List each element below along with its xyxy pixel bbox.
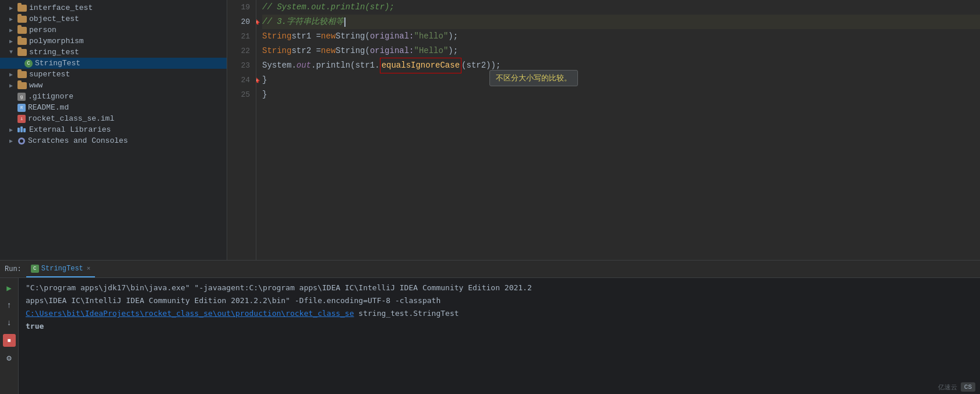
sidebar-item-label: External Libraries (29, 125, 111, 134)
code-text: String (262, 44, 291, 58)
arrow-icon: ▶ (9, 126, 17, 133)
sidebar-item-label: polymorphism (29, 37, 84, 45)
sidebar-item-object-test[interactable]: ▶ object_test (0, 13, 227, 24)
cursor (344, 17, 346, 27)
folder-icon (17, 71, 27, 78)
code-text: System. (262, 58, 297, 73)
tooltip-text: 不区分大小写的比较。 (496, 74, 572, 83)
sidebar-item-www[interactable]: ▶ www (0, 80, 227, 91)
sidebar-item-iml[interactable]: i rocket_class_se.iml (0, 113, 227, 124)
code-text: String( (336, 44, 370, 58)
scroll-up-button[interactable]: ↑ (3, 299, 16, 312)
sidebar-item-readme[interactable]: R README.md (0, 102, 227, 113)
sidebar-item-label: interface_test (29, 3, 93, 12)
sidebar-item-person[interactable]: ▶ person (0, 24, 227, 36)
bottom-panel: Run: C StringTest × ▶ ↑ ↓ ■ ⚙ "C:\progra… (0, 260, 980, 394)
arrow-icon: ▶ (9, 38, 17, 45)
bottom-tabs: Run: C StringTest × (0, 261, 980, 278)
folder-icon (17, 82, 27, 89)
run-button[interactable]: ▶ (3, 282, 16, 294)
code-text: String (262, 29, 291, 44)
code-line-20: 🔖 // 3.字符串比较相等 (262, 15, 980, 29)
folder-icon (17, 27, 27, 34)
svg-rect-2 (23, 128, 26, 132)
code-text: "hello" (414, 29, 449, 44)
tab-close-button[interactable]: × (87, 265, 91, 272)
code-text: str1 = (291, 29, 320, 44)
code-line-25: } (262, 87, 980, 102)
arrow-icon: ▶ (9, 138, 17, 145)
tooltip-box: 不区分大小写的比较。 (489, 70, 578, 86)
watermark-text: 亿速云 (938, 383, 957, 392)
line-num-22: 22 (227, 44, 250, 58)
sidebar-item-label: supertest (29, 70, 70, 79)
code-line-22: String str2 = new String( original: "Hel… (262, 44, 980, 58)
settings-button[interactable]: ⚙ (3, 351, 16, 364)
git-icon: g (17, 93, 26, 101)
sidebar-item-supertest[interactable]: ▶ supertest (0, 69, 227, 80)
sidebar-item-label: person (29, 26, 57, 34)
line-num-19: 19 (227, 0, 250, 15)
java-tab-icon: C (31, 265, 39, 273)
sidebar-item-label: .gitignore (28, 92, 73, 101)
sidebar-item-string-test[interactable]: ▼ string_test (0, 47, 227, 58)
code-text: } (262, 87, 267, 102)
line-num-23: 23 (227, 58, 250, 73)
tab-string-test[interactable]: C StringTest × (26, 261, 96, 277)
folder-icon (17, 49, 27, 56)
sidebar-item-interface-test[interactable]: ▶ interface_test (0, 2, 227, 13)
code-content[interactable]: // System.out.println(str); 🔖 // 3.字符串比较… (256, 0, 980, 260)
sidebar-item-label: object_test (29, 15, 79, 23)
cs-badge: CS (961, 382, 975, 392)
arrow-icon: ▶ (9, 16, 17, 23)
code-line-21: String str1 = new String( original: "hel… (262, 29, 980, 44)
code-text: // System.out.println(str); (262, 0, 394, 15)
method-highlight: equalsIgnoreCase (380, 58, 461, 73)
run-label: Run: (5, 265, 22, 273)
sidebar-item-scratches[interactable]: ▶ Scratches and Consoles (0, 135, 227, 146)
sidebar-item-label: www (29, 81, 43, 90)
console-line-2: apps\IDEA IC\IntelliJ IDEA Community Edi… (26, 294, 926, 307)
sidebar-item-label: StringTest (35, 59, 80, 68)
sidebar-item-gitignore[interactable]: g .gitignore (0, 91, 227, 102)
code-view: 19 20 21 22 23 24 25 // System.out.print… (227, 0, 980, 260)
scratches-icon (17, 137, 26, 145)
code-text: // 3.字符串比较相等 (262, 15, 344, 29)
console-line-4: true (26, 320, 926, 333)
line-num-24: 24 (227, 73, 250, 87)
code-text: new (321, 44, 336, 58)
svg-rect-0 (17, 128, 20, 132)
console-sidebar: ▶ ↑ ↓ ■ ⚙ (0, 278, 19, 394)
line-num-20: 20 (227, 15, 250, 29)
code-text: str2 = (291, 44, 320, 58)
sidebar: ▶ interface_test ▶ object_test ▶ person … (0, 0, 227, 260)
code-line-23: System. out .println(str1. equalsIgnoreC… (262, 58, 980, 73)
console-link[interactable]: C:\Users\bit\IdeaProjects\rocket_class_s… (26, 309, 354, 318)
sidebar-item-label: Scratches and Consoles (28, 136, 128, 145)
sidebar-item-polymorphism[interactable]: ▶ polymorphism (0, 36, 227, 47)
console-result: true (26, 322, 44, 330)
code-text: out (297, 58, 311, 73)
code-line-24: 🔖 } (262, 73, 980, 87)
scroll-down-button[interactable]: ↓ (3, 316, 16, 329)
editor-area: 19 20 21 22 23 24 25 // System.out.print… (227, 0, 980, 260)
code-text: original: (370, 44, 414, 58)
code-text: ); (448, 29, 458, 44)
console-area: ▶ ↑ ↓ ■ ⚙ "C:\program apps\jdk17\bin\jav… (0, 278, 980, 394)
folder-icon (17, 5, 27, 12)
tab-label: StringTest (41, 265, 83, 273)
folder-icon (17, 16, 27, 23)
arrow-icon: ▶ (9, 82, 17, 89)
bookmark-icon: 🔖 (256, 15, 260, 29)
arrow-icon: ▶ (9, 71, 17, 78)
console-line-1: "C:\program apps\jdk17\bin\java.exe" "-j… (26, 282, 926, 294)
bookmark-icon: 🔖 (256, 73, 260, 87)
sidebar-item-external-libraries[interactable]: ▶ External Libraries (0, 124, 227, 135)
java-class-icon: C (24, 59, 33, 68)
code-text: original: (370, 29, 414, 44)
sidebar-item-string-test-file[interactable]: C StringTest (0, 58, 227, 69)
stop-button[interactable]: ■ (3, 334, 16, 347)
code-text: String( (336, 29, 370, 44)
code-text: } (262, 73, 267, 87)
arrow-down-icon: ▼ (9, 49, 17, 55)
